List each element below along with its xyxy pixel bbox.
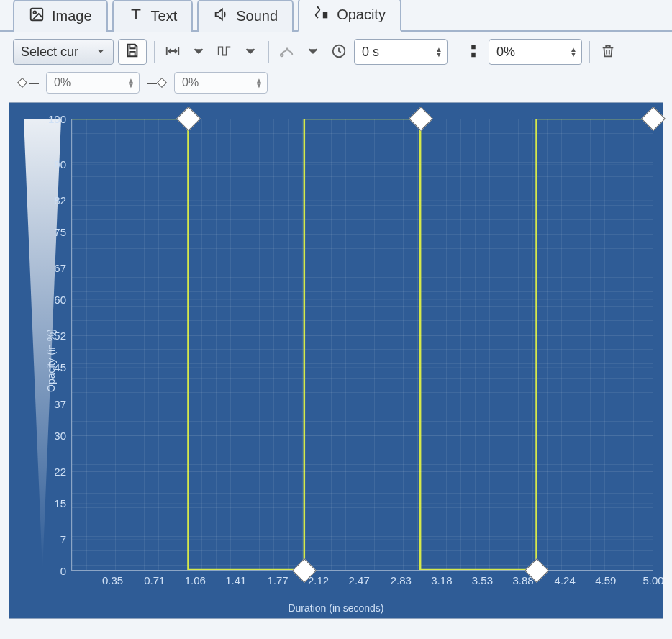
square-wave-icon — [217, 43, 232, 61]
svg-rect-6 — [471, 52, 476, 56]
tab-sound[interactable]: Sound — [197, 0, 294, 32]
separator — [154, 41, 155, 63]
chevron-down-icon — [191, 43, 206, 61]
y-tick: 90 — [54, 158, 66, 170]
wave-shape-button[interactable] — [214, 39, 235, 65]
fit-width-icon — [165, 43, 181, 61]
y-tick: 60 — [54, 294, 66, 306]
opacity-value-icon — [466, 43, 481, 61]
chevron-down-icon — [242, 43, 258, 61]
clock-icon — [331, 43, 347, 61]
separator — [589, 41, 590, 63]
y-tick: 22 — [54, 465, 66, 477]
x-tick: 5.00 — [643, 574, 663, 586]
tab-opacity[interactable]: Opacity — [298, 0, 401, 32]
x-tick: 3.53 — [472, 574, 493, 586]
x-tick: 0.35 — [102, 574, 123, 586]
spinner-arrows[interactable]: ▲▼ — [127, 78, 135, 88]
y-tick: 15 — [54, 497, 66, 509]
x-tick: 2.83 — [391, 574, 412, 586]
delete-button[interactable] — [597, 39, 619, 65]
separator — [268, 41, 269, 63]
y-tick: 30 — [54, 429, 66, 441]
opacity-chart: Opacity (in %) Duration (in seconds) 071… — [9, 102, 663, 619]
spinner-arrows[interactable]: ▲▼ — [255, 78, 263, 88]
chevron-down-icon — [96, 45, 106, 60]
tab-image-label: Image — [52, 8, 92, 24]
opacity-field-icon — [463, 39, 484, 65]
y-tick: 75 — [54, 226, 66, 238]
x-tick: 3.18 — [431, 574, 452, 586]
tab-sound-label: Sound — [236, 8, 278, 24]
curve-select-label: Select cur — [21, 45, 78, 60]
keyframe-out-value: 0% — [182, 76, 199, 89]
tab-bar: Image Text Sound Opacity — [0, 0, 672, 32]
tab-text[interactable]: Text — [112, 0, 194, 32]
curve-select[interactable]: Select cur — [13, 39, 114, 65]
keyframe-out-input[interactable]: 0% ▲▼ — [174, 72, 268, 94]
y-tick: 7 — [60, 533, 66, 545]
keyframe-in-input[interactable]: 0% ▲▼ — [46, 72, 140, 94]
svg-point-1 — [33, 11, 36, 14]
svg-rect-2 — [323, 12, 327, 18]
save-button[interactable] — [118, 39, 147, 65]
y-tick: 37 — [54, 397, 66, 409]
spinner-arrows[interactable]: ▲▼ — [570, 47, 577, 57]
text-icon — [128, 6, 144, 26]
keyframe-in-value: 0% — [54, 76, 71, 89]
x-tick: 1.41 — [225, 574, 246, 586]
time-value: 0 s — [362, 45, 379, 60]
tab-text-label: Text — [151, 8, 178, 24]
y-tick: 0 — [60, 565, 66, 577]
easing-button[interactable] — [276, 39, 298, 65]
easing-icon — [279, 43, 295, 61]
trash-icon — [600, 43, 616, 61]
save-icon — [124, 42, 140, 62]
tab-opacity-label: Opacity — [337, 6, 386, 23]
image-icon — [29, 6, 45, 26]
y-tick: 52 — [54, 330, 66, 342]
x-tick: 1.77 — [267, 574, 288, 586]
y-tick: 100 — [48, 113, 66, 125]
time-input[interactable]: 0 s ▲▼ — [354, 39, 448, 65]
toolbar: Select cur 0 s ▲▼ 0% ▲▼ — [0, 32, 672, 69]
x-tick: 1.06 — [185, 574, 206, 586]
y-tick: 82 — [54, 194, 66, 207]
wave-shape-menu[interactable] — [240, 39, 261, 65]
percent-input[interactable]: 0% ▲▼ — [489, 39, 582, 65]
x-tick: 4.59 — [595, 574, 616, 586]
opacity-icon — [314, 5, 330, 24]
x-tick: 2.47 — [349, 574, 370, 586]
svg-rect-5 — [471, 45, 476, 49]
separator — [455, 41, 455, 63]
y-tick: 67 — [54, 262, 66, 274]
x-tick: 4.24 — [555, 574, 576, 586]
percent-value: 0% — [496, 45, 515, 60]
tab-image[interactable]: Image — [13, 0, 108, 32]
fit-width-button[interactable] — [162, 39, 183, 65]
keyframe-in-icon: — — [19, 77, 39, 89]
fit-width-menu[interactable] — [188, 39, 209, 65]
clock-button[interactable] — [328, 39, 350, 65]
spinner-arrows[interactable]: ▲▼ — [435, 47, 442, 57]
chart-plot-area[interactable]: 0715223037455260677582901000.350.711.061… — [71, 119, 653, 571]
chevron-down-icon — [305, 43, 321, 61]
toolbar-row-2: — 0% ▲▼ — 0% ▲▼ — [0, 69, 672, 98]
sound-icon — [213, 6, 229, 26]
keyframe-out-icon: — — [147, 77, 167, 89]
easing-menu[interactable] — [302, 39, 324, 65]
y-tick: 45 — [54, 361, 66, 373]
svg-rect-0 — [31, 9, 43, 21]
chart-x-label: Duration (in seconds) — [288, 602, 383, 614]
x-tick: 0.71 — [144, 574, 165, 586]
